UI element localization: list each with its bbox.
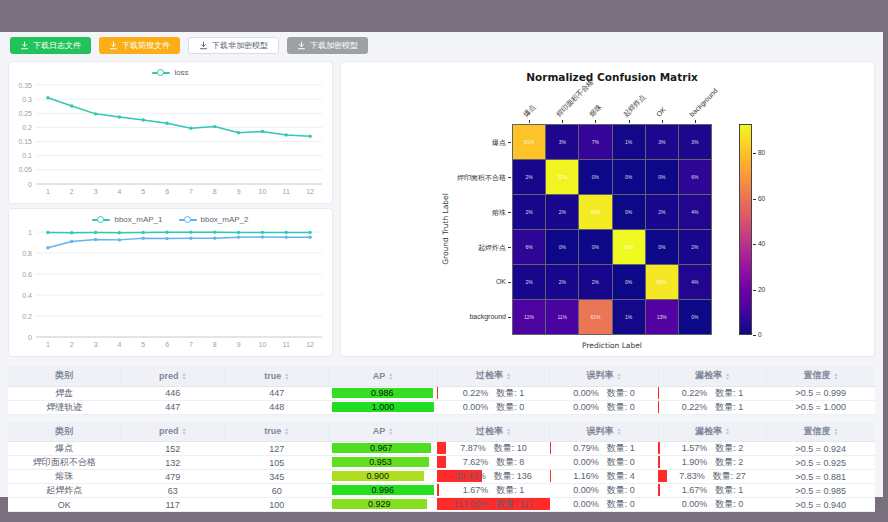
column-header-3[interactable]: AP▲▼ [329, 366, 437, 386]
sort-caret-icon[interactable]: ▲▼ [834, 372, 839, 380]
legend-label: bbox_mAP_1 [114, 215, 162, 224]
rate-count: 数量: 1 [496, 484, 524, 497]
svg-text:0.6: 0.6 [22, 271, 32, 278]
sort-caret-icon[interactable]: ▲▼ [284, 372, 289, 380]
cell-ap: 1.000 [329, 400, 437, 414]
matrix-cell: 11% [546, 300, 578, 334]
cell-true: 345 [225, 470, 329, 484]
legend-item-bbox_mAP_2[interactable]: bbox_mAP_2 [179, 215, 249, 224]
column-header-5[interactable]: 误判率▲▼ [550, 366, 658, 386]
svg-text:0: 0 [28, 181, 32, 188]
matrix-cell: 13% [646, 300, 678, 334]
colorbar-tick-label: 40 [758, 240, 765, 247]
sort-caret-icon[interactable]: ▲▼ [617, 372, 622, 380]
matrix-cell: 90% [579, 195, 611, 229]
sort-caret-icon[interactable]: ▲▼ [725, 427, 730, 435]
svg-text:9: 9 [237, 188, 241, 195]
svg-text:7: 7 [189, 188, 193, 195]
legend-item-bbox_mAP_1[interactable]: bbox_mAP_1 [92, 215, 162, 224]
table-row: 焊缝轨迹4474481.0000.00%数量: 00.00%数量: 00.22%… [8, 400, 875, 414]
rate-count: 数量: 2 [715, 442, 743, 455]
column-header-label: 误判率 [587, 369, 614, 382]
column-header-4[interactable]: 过检率▲▼ [437, 422, 550, 442]
rate-count: 数量: 0 [715, 498, 743, 511]
matrix-cell: 0% [646, 160, 678, 194]
download-log-file-button[interactable]: 下载日志文件 [10, 37, 91, 54]
svg-text:4: 4 [117, 341, 121, 348]
cell-true: 60 [225, 484, 329, 498]
cell-pred: 446 [121, 386, 225, 400]
matrix-cell: 6% [679, 160, 711, 194]
sort-caret-icon[interactable]: ▲▼ [182, 427, 187, 435]
cell-category: 焊印面积不合格 [8, 456, 121, 470]
rate-percent: 1.90% [682, 456, 708, 469]
cell-true: 100 [225, 498, 329, 512]
rate-count: 数量: 0 [496, 401, 524, 414]
cell-pred: 479 [121, 470, 225, 484]
sort-caret-icon[interactable]: ▲▼ [388, 427, 393, 435]
matrix-cell: 4% [679, 265, 711, 299]
button-label: 下载日志文件 [33, 40, 81, 51]
confusion-matrix-ylabel: Ground Truth Label [441, 193, 450, 265]
cell-over-rate: 39.42%数量: 136 [437, 470, 550, 484]
matrix-cell: 0% [613, 265, 645, 299]
column-header-label: 漏检率 [695, 369, 722, 382]
legend-item-loss[interactable]: loss [152, 68, 188, 77]
confusion-matrix-grid: 81%3%7%1%3%3%2%92%0%0%0%6%2%2%90%0%2%4%6… [512, 124, 712, 335]
rate-count: 数量: 1 [607, 442, 635, 455]
loss-chart-card: loss 00.050.10.150.20.250.30.35123456789… [8, 61, 333, 204]
matrix-cell: 81% [513, 125, 545, 159]
sort-caret-icon[interactable]: ▲▼ [725, 372, 730, 380]
sort-caret-icon[interactable]: ▲▼ [284, 427, 289, 435]
column-header-1[interactable]: pred▲▼ [121, 366, 225, 386]
rate-percent: 7.62% [463, 456, 489, 469]
matrix-cell: 0% [646, 230, 678, 264]
cell-miss-rate: 0.00%数量: 0 [658, 498, 766, 512]
svg-text:3: 3 [94, 341, 98, 348]
cell-miss-rate: 1.67%数量: 1 [658, 484, 766, 498]
download-report-file-button[interactable]: 下载简报文件 [99, 37, 180, 54]
column-header-7[interactable]: 置信度▲▼ [767, 366, 875, 386]
svg-text:2: 2 [70, 341, 74, 348]
matrix-cell: 89% [646, 265, 678, 299]
sort-caret-icon[interactable]: ▲▼ [617, 427, 622, 435]
rate-percent: 39.42% [455, 470, 486, 483]
column-header-2[interactable]: true▲▼ [225, 366, 329, 386]
sort-caret-icon[interactable]: ▲▼ [182, 372, 187, 380]
rate-percent: 0.00% [573, 456, 599, 469]
svg-text:5: 5 [141, 341, 145, 348]
matrix-cell: 1% [613, 125, 645, 159]
column-header-3[interactable]: AP▲▼ [329, 422, 437, 442]
cell-miss-rate: 7.83%数量: 27 [658, 470, 766, 484]
cell-confidence: >0.5 = 0.999 [767, 386, 875, 400]
download-encrypted-model-button[interactable]: 下载加密模型 [287, 37, 368, 54]
rate-count: 数量: 8 [496, 456, 524, 469]
svg-text:0.2: 0.2 [22, 124, 32, 131]
rate-percent: 0.00% [573, 498, 599, 511]
download-unencrypted-model-button[interactable]: 下载非加密模型 [188, 37, 279, 54]
table-row: 熔珠4793450.90039.42%数量: 1361.16%数量: 47.83… [8, 470, 875, 484]
column-header-6[interactable]: 漏检率▲▼ [658, 422, 766, 442]
svg-text:6: 6 [165, 188, 169, 195]
column-header-2[interactable]: true▲▼ [225, 422, 329, 442]
svg-text:0.15: 0.15 [18, 138, 32, 145]
rate-bar [658, 442, 660, 454]
matrix-cell: 0% [613, 160, 645, 194]
column-header-6[interactable]: 漏检率▲▼ [658, 366, 766, 386]
series-line-loss [48, 98, 310, 136]
column-header-4[interactable]: 过检率▲▼ [437, 366, 550, 386]
column-header-label: 置信度 [804, 425, 831, 438]
matrix-cell: 4% [679, 195, 711, 229]
column-header-7[interactable]: 置信度▲▼ [767, 422, 875, 442]
matrix-row-label: 爆点 [376, 138, 506, 148]
column-header-5[interactable]: 误判率▲▼ [550, 422, 658, 442]
table-row: 焊盘4464470.9860.22%数量: 10.00%数量: 00.22%数量… [8, 386, 875, 400]
sort-caret-icon[interactable]: ▲▼ [834, 427, 839, 435]
confusion-matrix-card: Normalized Confusion Matrix Ground Truth… [340, 61, 875, 357]
column-header-1[interactable]: pred▲▼ [121, 422, 225, 442]
cell-category: 焊盘 [8, 386, 121, 400]
cell-pred: 63 [121, 484, 225, 498]
sort-caret-icon[interactable]: ▲▼ [506, 372, 511, 380]
sort-caret-icon[interactable]: ▲▼ [388, 372, 393, 380]
sort-caret-icon[interactable]: ▲▼ [506, 427, 511, 435]
